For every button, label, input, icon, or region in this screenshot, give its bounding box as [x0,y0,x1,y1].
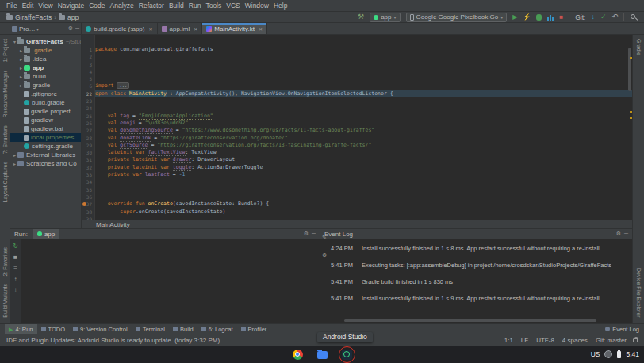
editor-gutter[interactable]: 1234562223242526272829303132333435363738… [82,35,95,220]
hide-panel-icon[interactable]: ─ [312,231,316,237]
menu-item-window[interactable]: Window [243,2,271,10]
menu-item-analyze[interactable]: Analyze [108,2,136,10]
close-tab-icon[interactable]: ✕ [194,26,197,32]
tree-item-build-gradle[interactable]: build.gradle [10,98,81,107]
tool-window-button-layout-captures[interactable]: Layout Captures [2,158,8,206]
chrome-icon[interactable] [293,350,303,360]
tree-right-arrow-icon[interactable]: ▸ [12,161,17,166]
status-widget-1-1[interactable]: 1:1 [504,337,513,344]
line-number[interactable]: 33 [82,171,94,178]
hide-panel-icon[interactable]: ─ [624,231,628,237]
line-number[interactable]: 5 [82,75,94,82]
line-number[interactable]: 29 [82,142,94,149]
line-number[interactable]: 23 [82,97,94,105]
breadcrumb-class[interactable]: MainActivity [96,221,130,228]
pencil-icon[interactable]: ✎ [322,235,327,241]
override-gutter-icon[interactable] [82,202,86,206]
tree-item-local-properties[interactable]: local.properties [10,133,81,142]
search-icon[interactable] [630,13,638,21]
tree-right-arrow-icon[interactable]: ▸ [18,65,24,71]
tool-window-button-2-favorites[interactable]: 2: Favorites [2,243,8,281]
editor-tab-app-iml[interactable]: app.iml✕ [158,23,203,34]
tree-item-gitignore[interactable]: .gitignore [10,90,81,98]
project-panel-title[interactable]: Project [19,25,36,32]
line-number[interactable]: 22 [82,90,94,97]
device-selector[interactable]: Google Google Pixelbook Go ▾ [406,13,508,22]
tree-right-arrow-icon[interactable]: ▸ [18,74,24,79]
line-number[interactable]: 27 [82,127,94,134]
tree-item-scratches-and-co[interactable]: ▸Scratches and Co [10,159,81,168]
menu-item-navigate[interactable]: Navigate [56,2,87,10]
restore-layout-icon[interactable]: ≡ [13,265,17,272]
tool-tab-profiler[interactable]: Profiler [237,324,271,334]
tool-window-button-7-structure[interactable]: 7: Structure [2,121,8,158]
run-button[interactable]: ▶ [512,14,517,21]
code-area[interactable]: package com.naranjaconsal.giraffefactsim… [95,35,632,220]
tool-tab-6-logcat[interactable]: 6: Logcat [197,324,237,334]
status-widget-git-master[interactable]: Git: master [596,337,627,344]
tree-item-external-libraries[interactable]: ▸External Libraries [10,151,81,159]
breadcrumb-item-giraffefacts[interactable]: GiraffeFacts [6,13,52,21]
tool-window-button-1-project[interactable]: 1: Project [2,35,8,67]
tree-item-app[interactable]: ▸app [10,63,81,72]
line-number[interactable]: 31 [82,156,94,163]
line-number[interactable]: 6 [82,82,94,90]
tree-item-gradlew-bat[interactable]: gradlew.bat [10,124,81,133]
gear-icon[interactable]: ⚙ [68,25,73,32]
build-hammer-icon[interactable]: ⚒ [358,13,364,21]
tree-item-gradle[interactable]: ▸gradle [10,81,81,90]
apply-changes-icon[interactable]: ⚡ [523,14,531,21]
menu-item-code[interactable]: Code [86,2,107,10]
stop-button[interactable]: ■ [559,14,563,21]
editor-tab-build-gradle-app[interactable]: build.gradle (:app)✕ [82,23,158,34]
menu-item-file[interactable]: File [4,2,20,10]
event-log-entries[interactable]: 4:24 PMInstall successfully finished in … [320,239,632,323]
menu-item-build[interactable]: Build [167,2,186,10]
menu-item-tools[interactable]: Tools [203,2,224,10]
profiler-button[interactable] [547,14,554,21]
tree-down-arrow-icon[interactable]: ▾ [12,39,17,44]
close-tab-icon[interactable]: ✕ [148,26,152,32]
stop-icon[interactable]: ■ [13,254,17,261]
keyboard-layout-indicator[interactable]: US [591,350,600,358]
horizontal-scrollbar[interactable] [344,319,596,322]
line-number[interactable]: 1 [82,46,94,53]
tree-item-gradle[interactable]: ▸.gradle [10,46,81,55]
git-commit-icon[interactable]: ✓ [600,13,607,21]
line-number[interactable]: 36 [82,193,94,201]
clock[interactable]: 5:41 [626,350,639,358]
status-message[interactable]: IDE and Plugin Updates: Android Studio i… [6,337,220,344]
event-log-button[interactable]: Event Log [605,326,639,333]
line-number[interactable]: 25 [82,113,94,120]
gear-icon[interactable]: ⚙ [304,231,309,237]
git-revert-icon[interactable]: ↶ [611,13,618,21]
rerun-icon[interactable]: ↻ [13,243,18,250]
status-widget-4-spaces[interactable]: 4 spaces [562,337,588,344]
line-number[interactable]: 2 [82,53,94,60]
line-number[interactable]: 30 [82,149,94,156]
menu-item-edit[interactable]: Edit [20,2,36,10]
line-number[interactable]: 24 [82,105,94,112]
line-number[interactable]: 37 [82,201,94,208]
tool-tab-build[interactable]: Build [169,324,197,334]
gear-icon[interactable]: ⚙ [616,231,621,237]
collapse-all-icon[interactable]: ↑ [14,276,17,283]
tool-tab-terminal[interactable]: Terminal [132,324,169,334]
tree-item-build[interactable]: ▸build [10,72,81,81]
tree-item-gradlew[interactable]: gradlew [10,116,81,124]
tree-item-settings-gradle[interactable]: settings.gradle [10,142,81,151]
tool-window-button-gradle[interactable]: Gradle [636,35,642,59]
account-avatar[interactable] [604,350,612,358]
system-tray[interactable]: US 5:41 [591,346,639,363]
menu-item-refactor[interactable]: Refactor [136,2,167,10]
line-number[interactable]: 32 [82,164,94,171]
chevron-down-icon[interactable]: ▾ [36,26,39,32]
line-number[interactable]: 26 [82,120,94,127]
run-config-selector[interactable]: app ▾ [370,13,400,22]
tool-tab-todo[interactable]: TODO [37,324,70,334]
tree-right-arrow-icon[interactable]: ▸ [12,152,17,158]
line-number[interactable]: 39 [82,216,94,220]
tree-right-arrow-icon[interactable]: ▸ [18,48,24,53]
run-tab-app[interactable]: app [33,229,59,239]
status-widget-lf[interactable]: LF [521,337,528,344]
